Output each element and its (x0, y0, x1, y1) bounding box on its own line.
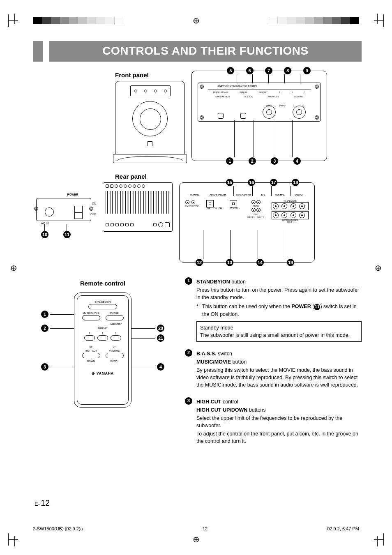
front-callout-top-nums: 5 6 7 8 9 (192, 67, 327, 74)
callout-5: 5 (227, 67, 234, 74)
r-lbl-p3: 3 (111, 332, 121, 334)
callout-16: 16 (248, 179, 255, 186)
r-lbl-mm: MUSIC/MOVIE (81, 312, 101, 314)
screw-icon (315, 115, 319, 120)
sub-3-rest: buttons (247, 407, 265, 413)
leader (67, 224, 67, 231)
callout-6: 6 (246, 67, 254, 74)
lbl-gnd: GND (254, 214, 258, 216)
rc-callout-2: 2 (41, 325, 74, 332)
front-panel-plate: SUBWOOFER SYSTEM YST-SW1500 MUSIC/MOVIE … (198, 83, 321, 122)
spk-term (299, 203, 305, 209)
power-toggle (74, 206, 83, 219)
callout-2: 2 (249, 157, 256, 165)
crop-corner-bl (8, 533, 21, 546)
bullet-1-bold: POWER (292, 304, 311, 309)
r-btn-volume (106, 353, 124, 358)
power-callouts: 10 11 (41, 231, 71, 238)
sub-2-rest: button (231, 359, 247, 365)
scale-140hz: 140Hz (279, 104, 286, 107)
callout-4: 4 (293, 157, 301, 165)
r-btn-standby (88, 304, 117, 309)
rear-plate: REMOTE AUTO STANDBY H.P.F. OUTPUT LFE NO… (185, 196, 309, 229)
desc-num-1: 1 (185, 277, 192, 285)
crop-corner-br (371, 533, 384, 546)
callout-3-remote: 3 (41, 363, 48, 371)
spk-term (281, 203, 287, 209)
rear-panel-callout: 15 16 17 18 REMOTE AUTO STANDBY H.P.F. O… (179, 182, 315, 263)
registration-target-right: ⊕ (375, 263, 382, 273)
note-body: The subwoofer is still using a small amo… (200, 332, 358, 339)
scale-labels: 40Hz 140Hz 0 10 (198, 104, 321, 107)
led-row: STANDBY/ON B.A.S.S. HIGH CUT VOLUME (208, 95, 311, 98)
page-content: CONTROLS AND THEIR FUNCTIONS Front panel… (33, 41, 362, 453)
lbl-on: ON (92, 202, 97, 205)
registration-target-left: ⊕ (10, 263, 17, 273)
desc-title-2: B.A.S.S. switch (196, 350, 362, 357)
lbl-preset-3: 3 (304, 91, 305, 94)
callout-12: 12 (196, 259, 203, 266)
leaders-bottom (225, 120, 302, 157)
lbl-preset-1: 1 (279, 91, 280, 94)
badge-icon (148, 141, 152, 146)
rear-leaders-bottom (189, 230, 299, 259)
footer-prefix: E- (35, 501, 40, 507)
rc-callout-3: 3 (41, 363, 74, 371)
hpf-switch (230, 200, 237, 207)
scale-40hz: 40Hz (266, 104, 272, 107)
callout-1-remote: 1 (41, 311, 48, 318)
rc-callout-1: 1 (41, 311, 74, 318)
callout-8: 8 (284, 67, 291, 74)
print-meta-center: 12 (203, 526, 208, 531)
lbl-off2: OFF (219, 207, 222, 210)
spk-term (291, 203, 296, 209)
front-panel-unit-diagram (115, 81, 185, 163)
remote-body: STANDBY/ON MUSIC/MOVIE PHASE (74, 292, 131, 408)
desc-num-3: 3 (185, 397, 192, 405)
spk-term (291, 212, 296, 218)
callout-2-remote: 2 (41, 325, 48, 332)
bullet-1-pre: This button can be used only when the (202, 304, 292, 309)
sub-2-strong: MUSIC/MOVIE (196, 359, 231, 365)
lbl-preset-2: 2 (292, 91, 293, 94)
desc-item-3: 3 HIGH CUT control HIGH CUT UP/DOWN butt… (185, 397, 362, 446)
lbl-remote: REMOTE (190, 193, 199, 196)
unit-base (113, 154, 187, 163)
callout-9: 9 (303, 67, 311, 74)
brand-logo-icon: ⊛ (92, 371, 95, 375)
r-lbl-volume: VOLUME (104, 350, 125, 352)
desc-body-1a: Press this button to turn on the power. … (196, 286, 362, 301)
callout-20: 20 (157, 325, 164, 332)
remote-heading: Remote control (33, 280, 173, 287)
registration-target-bottom: ⊕ (193, 534, 200, 544)
rear-callout-top-nums: 15 16 17 18 (180, 179, 314, 186)
sub-3-strong: HIGH CUT UP/DOWN (196, 407, 247, 413)
rear-panel-unit-diagram (103, 182, 173, 232)
lbl-input3: INPUT 3 (247, 216, 254, 219)
callout-11: 11 (63, 231, 71, 238)
screw-icon (315, 85, 319, 89)
highcut-knob (263, 106, 276, 119)
desc-body-3b: To adjust the control on the front panel… (196, 430, 362, 445)
r-lbl-up-l: UP (81, 345, 101, 348)
r-lbl-down-r: DOWN (104, 360, 125, 362)
rc-callout-20: 20 (131, 325, 164, 332)
brand-row: SUBWOOFER SYSTEM YST-SW1500 (218, 85, 309, 87)
callout-14: 14 (256, 259, 264, 266)
front-knobs (210, 99, 314, 119)
r-btn-highcut (82, 353, 100, 358)
spk-term (281, 212, 287, 218)
rear-callout-bottom-nums: 12 13 14 19 (180, 259, 314, 266)
scale-0: 0 (293, 104, 294, 107)
callout-19: 19 (287, 259, 294, 266)
screw-icon (200, 85, 204, 89)
lfe-r-jack (251, 208, 256, 212)
r-lbl-down-l: DOWN (81, 360, 101, 362)
remote-wrap: 1 2 3 20 21 (41, 292, 164, 408)
callout-7: 7 (265, 67, 272, 74)
front-panel-section: Front panel 5 6 7 8 9 (33, 69, 362, 163)
remote-out-jack (185, 200, 189, 204)
callout-13: 13 (226, 259, 233, 266)
crop-corner-tr (371, 14, 384, 27)
normal-l-jack (256, 200, 261, 204)
